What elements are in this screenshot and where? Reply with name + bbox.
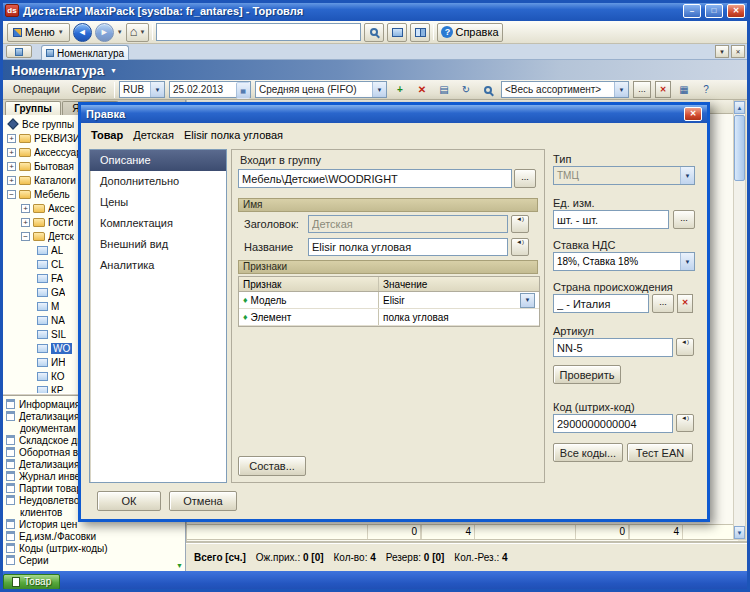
assortment-browse-button[interactable]: ...	[633, 81, 651, 98]
expand-icon[interactable]: +	[7, 176, 16, 185]
footer-value: 4	[629, 525, 683, 539]
find-button[interactable]	[479, 81, 497, 98]
expand-icon[interactable]: +	[21, 218, 30, 227]
name-field[interactable]	[308, 238, 508, 256]
collapse-icon[interactable]: −	[21, 232, 30, 241]
calculator-button[interactable]: ▦	[675, 81, 693, 98]
panel-button[interactable]	[6, 45, 32, 58]
country-clear-button[interactable]: ✕	[677, 294, 693, 313]
menu-button[interactable]: Меню ▼	[7, 23, 70, 42]
nav-item-analytics[interactable]: Аналитика	[90, 255, 226, 276]
unit-field[interactable]	[553, 210, 669, 229]
toolbar-help-button[interactable]: ?	[697, 81, 715, 98]
speaker-button[interactable]: ◄)	[676, 338, 694, 356]
calendar-icon: ▦	[236, 82, 250, 99]
minimize-button[interactable]: –	[683, 4, 701, 18]
scroll-down-icon[interactable]: ▼	[176, 562, 183, 569]
chevron-down-icon[interactable]: ▼	[110, 67, 117, 74]
taskbar-item-tovar[interactable]: Товар	[3, 574, 60, 590]
speaker-button[interactable]: ◄)	[511, 215, 529, 233]
column-header-value[interactable]: Значение	[379, 277, 539, 291]
scroll-down-button[interactable]: ▼	[734, 526, 745, 539]
table-row[interactable]: ♦Модель Elisir ▼	[239, 292, 539, 309]
dialog-close-button[interactable]: ✕	[684, 107, 702, 121]
type-select[interactable]: ТМЦ ▼	[553, 166, 695, 185]
nav-item-prices[interactable]: Цены	[90, 192, 226, 213]
service-menu[interactable]: Сервис	[68, 84, 110, 95]
layout-toggle-2[interactable]	[410, 23, 430, 42]
expand-icon[interactable]: +	[21, 204, 30, 213]
restore-button[interactable]: □	[705, 4, 723, 18]
report-icon	[6, 483, 15, 493]
assortment-clear-button[interactable]: ✕	[655, 81, 671, 98]
forward-history-icon[interactable]: ▼	[117, 29, 123, 35]
ok-button[interactable]: ОК	[97, 491, 161, 511]
check-article-button[interactable]: Проверить	[553, 365, 621, 384]
edit-dialog: Правка ✕ Товар Детская Elisir полка угло…	[78, 102, 710, 522]
barcode-field[interactable]	[553, 414, 673, 433]
caption-field[interactable]	[308, 215, 508, 233]
expand-icon[interactable]: +	[7, 162, 16, 171]
group-browse-button[interactable]: ...	[514, 169, 536, 188]
dropdown-button[interactable]: ▼	[520, 293, 535, 308]
delete-button[interactable]: ✕	[413, 81, 431, 98]
group-field[interactable]	[238, 169, 512, 188]
report-icon	[6, 435, 15, 445]
currency-select[interactable]: RUB ▼	[119, 81, 165, 98]
assortment-select[interactable]: <Весь ассортимент> ▼	[501, 81, 629, 98]
expand-icon[interactable]: +	[7, 134, 16, 143]
unit-browse-button[interactable]: ...	[673, 210, 695, 229]
tab-close-button[interactable]: ✕	[731, 45, 745, 58]
date-picker[interactable]: 25.02.2013 ▦	[169, 81, 251, 98]
country-field[interactable]	[553, 294, 649, 313]
help-button[interactable]: ? Справка	[437, 23, 502, 42]
window-titlebar: ds Диста:ERP MaxiPack [sysdba: fr_antare…	[0, 0, 750, 21]
scroll-thumb[interactable]	[734, 115, 745, 181]
forward-button[interactable]: ►	[95, 23, 114, 42]
list-item-label: Ед.изм./Фасовки	[19, 531, 96, 542]
back-button[interactable]: ◄	[73, 23, 92, 42]
nav-item-additional[interactable]: Дополнительно	[90, 171, 226, 192]
tab-nomenclature[interactable]: Номенклатура	[41, 45, 129, 60]
column-header-attribute[interactable]: Признак	[239, 277, 379, 291]
table-row[interactable]: ♦Элемент полка угловая	[239, 309, 539, 326]
test-ean-button[interactable]: Тест EAN	[627, 443, 693, 462]
compose-button[interactable]: Состав...	[238, 456, 306, 476]
list-item-label: Партии товар	[19, 483, 82, 494]
refresh-button[interactable]: ↻	[457, 81, 475, 98]
tab-groups[interactable]: Группы	[5, 101, 61, 115]
layout-toggle-1[interactable]	[387, 23, 407, 42]
cancel-button[interactable]: Отмена	[169, 491, 237, 511]
home-button[interactable]: ⌂ ▼	[126, 23, 150, 42]
speaker-button[interactable]: ◄)	[676, 414, 694, 432]
chevron-down-icon: ▼	[680, 167, 694, 184]
all-codes-button[interactable]: Все коды...	[553, 443, 623, 462]
add-button[interactable]: +	[391, 81, 409, 98]
scroll-up-button[interactable]: ▲	[734, 101, 745, 114]
nav-item-configuration[interactable]: Комплектация	[90, 213, 226, 234]
list-item[interactable]: Коды (штрих-коды)	[6, 542, 173, 554]
nav-item-description[interactable]: Описание	[90, 150, 226, 171]
group-icon	[37, 386, 48, 394]
search-input[interactable]	[156, 23, 361, 41]
close-button[interactable]: ✕	[727, 4, 745, 18]
tree-item-label: Аксес	[48, 203, 75, 214]
collapse-icon[interactable]: −	[7, 190, 16, 199]
speaker-button[interactable]: ◄)	[511, 238, 529, 256]
table-view-button[interactable]: ▤	[435, 81, 453, 98]
list-item-label: Коды (штрих-коды)	[19, 543, 108, 554]
tab-list-button[interactable]: ▼	[715, 45, 729, 58]
list-item[interactable]: Ед.изм./Фасовки	[6, 530, 173, 542]
operations-menu[interactable]: Операции	[9, 84, 64, 95]
search-button[interactable]	[364, 23, 384, 42]
list-item[interactable]: Серии	[6, 554, 173, 566]
price-mode-select[interactable]: Средняя цена (FIFO) ▼	[255, 81, 387, 98]
article-field[interactable]	[553, 338, 673, 357]
expand-icon[interactable]: +	[7, 148, 16, 157]
vat-select[interactable]: 18%, Ставка 18% ▼	[553, 252, 695, 271]
menu-button-label: Меню	[25, 26, 55, 38]
nav-item-appearance[interactable]: Внешний вид	[90, 234, 226, 255]
country-browse-button[interactable]: ...	[652, 294, 674, 313]
taskbar-item-label: Товар	[24, 576, 51, 587]
vertical-scrollbar[interactable]: ▲ ▼	[733, 100, 746, 540]
